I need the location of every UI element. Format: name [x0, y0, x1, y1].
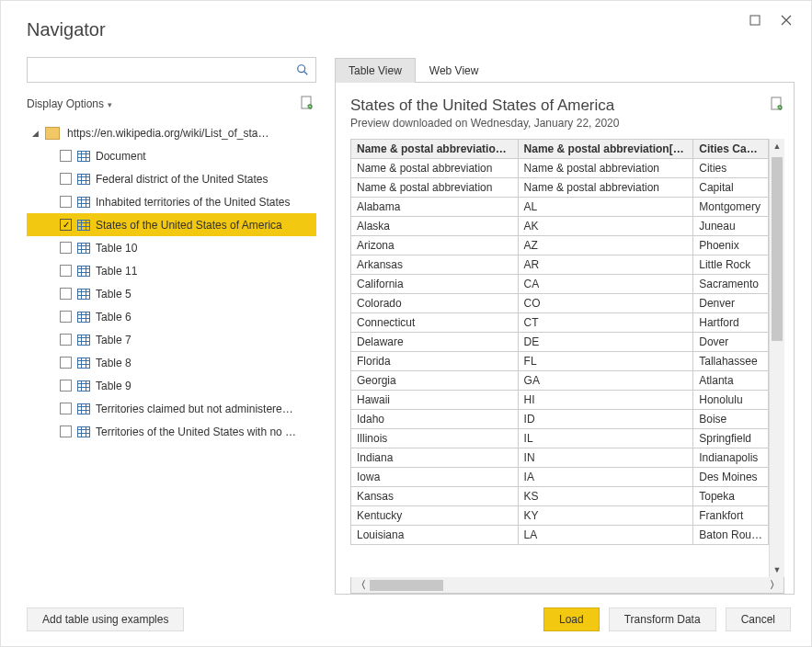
add-table-examples-button[interactable]: Add table using examples: [27, 607, 184, 631]
maximize-button[interactable]: [739, 8, 771, 32]
folder-icon: [45, 127, 60, 140]
tree-item[interactable]: Territories of the United States with no…: [27, 420, 316, 443]
table-row[interactable]: CaliforniaCASacramento: [351, 275, 769, 294]
tree-item-checkbox[interactable]: [60, 334, 72, 346]
tree-item[interactable]: Table 6: [27, 305, 316, 328]
tree-item[interactable]: ✓States of the United States of America: [27, 213, 316, 236]
table-row[interactable]: KentuckyKYFrankfort: [351, 506, 769, 526]
tree-item-checkbox[interactable]: [60, 311, 72, 323]
table-row[interactable]: ColoradoCODenver: [351, 294, 769, 313]
table-wrap: Name & postal abbreviation[12]Name & pos…: [350, 139, 784, 577]
tree-item-label: Document: [96, 150, 146, 163]
tree-item[interactable]: Document: [27, 144, 316, 167]
tree-item[interactable]: Inhabited territories of the United Stat…: [27, 190, 316, 213]
table-row[interactable]: LouisianaLABaton Rouge: [351, 526, 769, 545]
table-row[interactable]: AlabamaALMontgomery: [351, 198, 769, 217]
scroll-right-icon[interactable]: 〉: [765, 578, 783, 592]
scroll-left-icon[interactable]: 〈: [351, 578, 370, 592]
tree-item-checkbox[interactable]: ✓: [60, 219, 72, 231]
tree-item-checkbox[interactable]: [60, 426, 72, 437]
refresh-icon[interactable]: [298, 96, 316, 113]
load-button[interactable]: Load: [543, 607, 600, 631]
close-button[interactable]: [771, 8, 802, 32]
tree-item-label: States of the United States of America: [96, 219, 282, 232]
table-row[interactable]: HawaiiHIHonolulu: [351, 391, 769, 410]
table-icon: [77, 174, 90, 185]
tree-item[interactable]: Table 5: [27, 282, 316, 305]
svg-rect-33: [78, 289, 90, 299]
vertical-scrollbar[interactable]: ▲ ▼: [769, 139, 784, 577]
v-scroll-thumb[interactable]: [772, 157, 783, 341]
column-header[interactable]: Name & postal abbreviation[12]2: [518, 140, 693, 159]
search-field[interactable]: [27, 57, 316, 83]
h-scroll-thumb[interactable]: [370, 580, 443, 591]
scroll-up-icon[interactable]: ▲: [770, 139, 784, 153]
column-header[interactable]: Cities Capital: [693, 140, 769, 159]
tree-item[interactable]: Territories claimed but not administered…: [27, 397, 316, 420]
table-cell: Name & postal abbreviation: [351, 178, 519, 198]
display-options-dropdown[interactable]: Display Options▾: [27, 97, 112, 110]
tab-table-view[interactable]: Table View: [335, 58, 416, 83]
column-header[interactable]: Name & postal abbreviation[12]: [351, 140, 519, 159]
table-row[interactable]: KansasKSTopeka: [351, 487, 769, 506]
tree-item-checkbox[interactable]: [60, 288, 72, 300]
tree-item-checkbox[interactable]: [60, 403, 72, 414]
transform-data-button[interactable]: Transform Data: [609, 607, 716, 631]
table-row[interactable]: IdahoIDBoise: [351, 410, 769, 429]
table-row[interactable]: DelawareDEDover: [351, 333, 769, 352]
navigator-tree[interactable]: ◢ https://en.wikipedia.org/wiki/List_of_…: [27, 121, 316, 595]
table-row[interactable]: IowaIADes Moines: [351, 468, 769, 487]
tree-root[interactable]: ◢ https://en.wikipedia.org/wiki/List_of_…: [27, 121, 316, 144]
tree-item-checkbox[interactable]: [60, 265, 72, 277]
tree-item[interactable]: Federal district of the United States: [27, 167, 316, 190]
tree-item-checkbox[interactable]: [60, 357, 72, 369]
tree-item[interactable]: Table 10: [27, 236, 316, 259]
tree-item-checkbox[interactable]: [60, 242, 72, 254]
tree-item[interactable]: Table 8: [27, 351, 316, 374]
collapse-icon[interactable]: ◢: [32, 129, 45, 138]
table-row[interactable]: Name & postal abbreviationName & postal …: [351, 178, 769, 198]
tree-item[interactable]: Table 7: [27, 328, 316, 351]
refresh-preview-icon[interactable]: [770, 96, 784, 114]
table-cell: Little Rock: [693, 255, 769, 275]
scroll-down-icon[interactable]: ▼: [770, 562, 784, 577]
svg-rect-63: [78, 426, 90, 437]
tree-item-checkbox[interactable]: [60, 196, 72, 208]
table-cell: Arkansas: [351, 255, 519, 275]
table-row[interactable]: GeorgiaGAAtlanta: [351, 371, 769, 391]
tree-item-checkbox[interactable]: [60, 380, 72, 392]
table-row[interactable]: ArkansasARLittle Rock: [351, 255, 769, 275]
tab-web-view[interactable]: Web View: [416, 58, 493, 83]
table-icon: [77, 151, 90, 162]
tree-item[interactable]: Table 9: [27, 374, 316, 397]
table-cell: Florida: [351, 352, 519, 371]
cancel-button[interactable]: Cancel: [726, 607, 791, 631]
table-cell: Name & postal abbreviation: [518, 159, 693, 178]
horizontal-scrollbar[interactable]: 〈 〉: [350, 577, 784, 594]
search-input[interactable]: [28, 58, 290, 82]
table-row[interactable]: AlaskaAKJuneau: [351, 217, 769, 236]
table-row[interactable]: Name & postal abbreviationName & postal …: [351, 159, 769, 178]
h-scroll-track[interactable]: [370, 579, 765, 592]
table-row[interactable]: ConnecticutCTHartford: [351, 313, 769, 333]
table-cell: Boise: [693, 410, 769, 429]
tree-item-label: Table 5: [96, 288, 132, 301]
tree-item-label: Inhabited territories of the United Stat…: [96, 196, 290, 209]
tree-item-checkbox[interactable]: [60, 150, 72, 162]
preview-tabs: Table View Web View: [335, 57, 795, 83]
table-cell: Kentucky: [351, 506, 519, 526]
table-cell: Cities: [693, 159, 769, 178]
table-row[interactable]: FloridaFLTallahassee: [351, 352, 769, 371]
tree-item-label: Table 8: [96, 357, 132, 369]
table-row[interactable]: IllinoisILSpringfield: [351, 429, 769, 448]
table-row[interactable]: IndianaINIndianapolis: [351, 448, 769, 468]
tree-item-checkbox[interactable]: [60, 173, 72, 185]
svg-rect-38: [78, 312, 90, 322]
table-row[interactable]: ArizonaAZPhoenix: [351, 236, 769, 255]
table-cell: Idaho: [351, 410, 519, 429]
dialog-footer: Add table using examples Load Transform …: [1, 595, 811, 646]
search-icon[interactable]: [290, 58, 315, 82]
table-cell: Des Moines: [693, 468, 769, 487]
tree-item[interactable]: Table 11: [27, 259, 316, 282]
svg-rect-13: [78, 197, 90, 207]
